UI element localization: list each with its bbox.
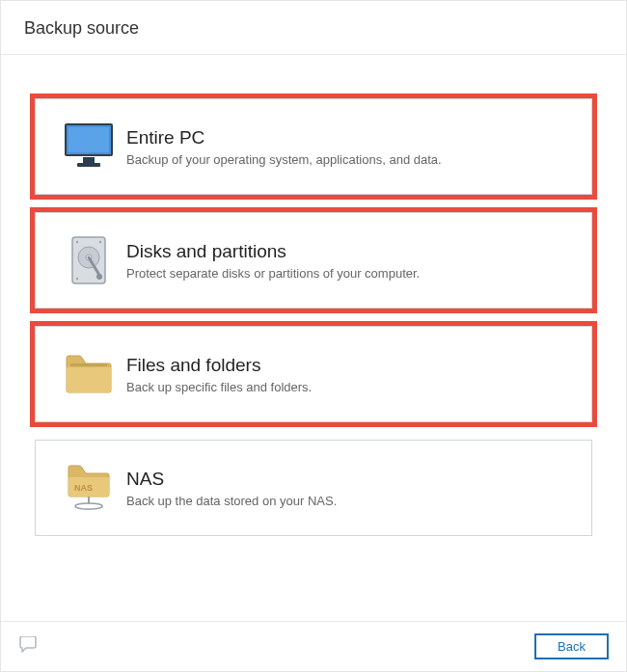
option-title: Entire PC (126, 127, 576, 148)
option-wrap: NAS NAS Back up the data stored on your … (30, 435, 597, 541)
svg-rect-22 (101, 364, 102, 366)
option-desc: Protect separate disks or partitions of … (126, 266, 576, 281)
nas-icon: NAS (51, 464, 126, 512)
header: Backup source (1, 1, 626, 55)
option-desc: Back up the data stored on your NAS. (126, 494, 576, 508)
svg-rect-12 (72, 364, 73, 366)
svg-rect-13 (75, 364, 76, 366)
chat-icon[interactable] (18, 636, 38, 658)
svg-text:NAS: NAS (74, 483, 93, 493)
svg-rect-3 (77, 163, 100, 167)
option-title: Disks and partitions (126, 241, 576, 262)
option-files[interactable]: Files and folders Back up specific files… (35, 326, 592, 422)
svg-rect-14 (78, 364, 79, 366)
svg-rect-16 (84, 364, 85, 366)
svg-point-10 (76, 278, 78, 280)
option-nas[interactable]: NAS NAS Back up the data stored on your … (35, 440, 592, 536)
svg-rect-2 (83, 157, 95, 163)
svg-rect-20 (95, 364, 96, 366)
options-list: Entire PC Backup of your operating syste… (1, 55, 626, 621)
highlight-box: Entire PC Backup of your operating syste… (30, 94, 597, 200)
svg-point-8 (76, 241, 78, 243)
monitor-icon (51, 122, 126, 171)
footer: Back (1, 621, 626, 671)
option-entire-pc[interactable]: Entire PC Backup of your operating syste… (35, 98, 592, 195)
svg-rect-19 (93, 364, 94, 366)
option-desc: Back up specific files and folders. (126, 380, 576, 394)
svg-rect-1 (68, 127, 109, 152)
option-title: Files and folders (126, 355, 576, 376)
highlight-box: Files and folders Back up specific files… (30, 321, 597, 427)
svg-rect-23 (104, 364, 105, 366)
page-title: Backup source (24, 18, 603, 39)
highlight-box: Disks and partitions Protect separate di… (30, 207, 597, 313)
svg-rect-21 (98, 364, 99, 366)
folder-icon (51, 354, 126, 394)
option-title: NAS (126, 469, 576, 490)
hard-drive-icon (51, 236, 126, 284)
option-desc: Backup of your operating system, applica… (126, 152, 576, 167)
svg-rect-18 (90, 364, 91, 366)
svg-point-9 (99, 241, 101, 243)
svg-point-7 (96, 274, 102, 280)
svg-rect-15 (81, 364, 82, 366)
svg-rect-17 (87, 364, 88, 366)
option-disks[interactable]: Disks and partitions Protect separate di… (35, 212, 592, 309)
back-button[interactable]: Back (534, 633, 609, 659)
